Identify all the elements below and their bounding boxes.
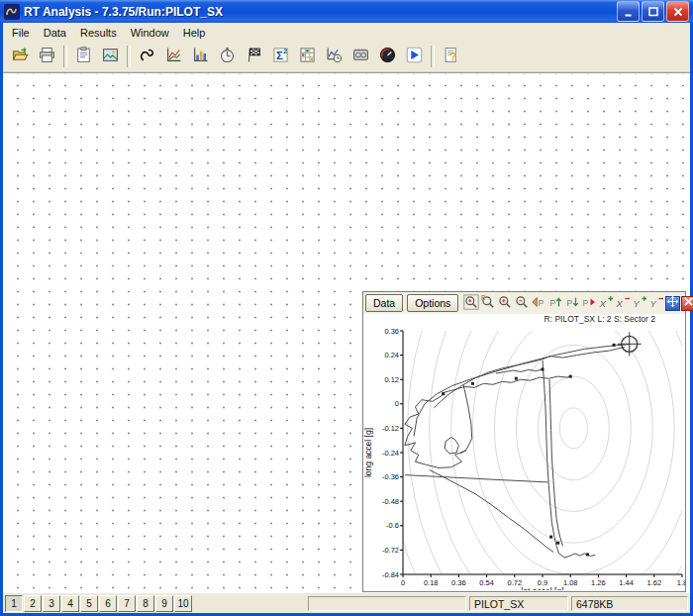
y-minus-icon: Y bbox=[648, 294, 664, 313]
print-button[interactable] bbox=[34, 44, 60, 69]
zoom-reset-button[interactable]: R bbox=[479, 295, 496, 312]
svg-text:P: P bbox=[549, 298, 555, 308]
svg-text:Y: Y bbox=[649, 297, 656, 308]
data-button[interactable]: Data bbox=[365, 294, 403, 312]
svg-text:-0.48: -0.48 bbox=[382, 497, 399, 506]
close-icon bbox=[682, 295, 693, 311]
next-point-button[interactable]: P bbox=[580, 295, 597, 312]
flag-icon bbox=[246, 47, 262, 66]
svg-text:P: P bbox=[538, 297, 544, 307]
close-button[interactable] bbox=[666, 1, 689, 22]
gg-plot-window[interactable]: Data Options RPPPPXXYY R: PILOT_SX L: 2 … bbox=[362, 291, 686, 592]
y-plus-icon: Y bbox=[632, 294, 647, 313]
track-button[interactable] bbox=[134, 44, 160, 69]
menu-results[interactable]: Results bbox=[73, 25, 124, 41]
gauge-button[interactable] bbox=[374, 44, 401, 69]
flag-button[interactable] bbox=[241, 44, 267, 69]
menu-bar: File Data Results Window Help bbox=[3, 23, 690, 42]
zoom-out-button[interactable] bbox=[513, 295, 530, 312]
sheet-tab-2[interactable]: 2 bbox=[24, 595, 42, 612]
x-plus-button[interactable]: X bbox=[597, 295, 614, 312]
toolbar-separator bbox=[127, 46, 131, 67]
toolbar-separator bbox=[431, 46, 435, 67]
sheet-tab-9[interactable]: 9 bbox=[155, 595, 173, 612]
zoom-in-button[interactable] bbox=[496, 295, 513, 312]
prev-point-button[interactable]: P bbox=[530, 295, 546, 312]
menu-file[interactable]: File bbox=[5, 25, 37, 41]
menu-help[interactable]: Help bbox=[176, 25, 213, 41]
close-button[interactable] bbox=[681, 296, 693, 311]
point-up-button[interactable]: P bbox=[546, 295, 563, 312]
status-memory: 6478KB bbox=[571, 596, 688, 611]
zoom-out-icon bbox=[514, 294, 530, 313]
svg-text:1.44: 1.44 bbox=[619, 578, 634, 587]
status-panel-empty bbox=[308, 596, 466, 611]
xy-chart-button[interactable] bbox=[160, 44, 187, 69]
bottom-bar: 12345678910 PILOT_SX 6478KB bbox=[3, 593, 690, 613]
film-icon bbox=[352, 47, 369, 66]
grid-icon bbox=[299, 47, 316, 66]
zoom-region-button[interactable] bbox=[462, 295, 479, 312]
xy-chart-icon bbox=[165, 47, 182, 66]
minimize-button[interactable] bbox=[617, 1, 640, 22]
svg-text:-0.36: -0.36 bbox=[382, 472, 399, 481]
sheet-tab-1[interactable]: 1 bbox=[5, 595, 23, 612]
sheet-tab-7[interactable]: 7 bbox=[118, 595, 136, 612]
x-minus-button[interactable]: X bbox=[614, 295, 631, 312]
svg-text:-0.84: -0.84 bbox=[382, 570, 399, 579]
sheet-tab-5[interactable]: 5 bbox=[80, 595, 98, 612]
options-button[interactable]: Options bbox=[407, 294, 458, 312]
point-down-button[interactable]: P bbox=[563, 295, 580, 312]
track-icon bbox=[139, 47, 155, 66]
film-button[interactable] bbox=[347, 44, 374, 69]
help-button[interactable]: ? bbox=[438, 44, 464, 69]
play-button[interactable] bbox=[401, 44, 428, 69]
sheet-tab-10[interactable]: 10 bbox=[174, 595, 192, 612]
svg-text:long accel [g]: long accel [g] bbox=[363, 428, 373, 477]
report-button[interactable] bbox=[70, 44, 97, 69]
chart-clock-button[interactable] bbox=[321, 44, 347, 69]
image-icon bbox=[102, 47, 119, 66]
sigma-button[interactable]: Σ2 bbox=[267, 44, 294, 69]
svg-text:0: 0 bbox=[395, 399, 399, 408]
svg-text:P: P bbox=[582, 297, 588, 307]
svg-text:P: P bbox=[566, 298, 572, 308]
bar-chart-icon bbox=[192, 47, 209, 66]
sheet-tab-3[interactable]: 3 bbox=[43, 595, 60, 612]
svg-text:0.12: 0.12 bbox=[384, 375, 399, 384]
title-bar[interactable]: RT Analysis - 7.3.75/Run:PILOT_SX bbox=[0, 0, 693, 23]
sheet-tabs: 12345678910 bbox=[5, 595, 193, 612]
open-icon bbox=[12, 47, 29, 66]
image-button[interactable] bbox=[97, 44, 124, 69]
svg-text:X: X bbox=[598, 297, 606, 308]
window-title: RT Analysis - 7.3.75/Run:PILOT_SX bbox=[24, 5, 615, 19]
y-plus-button[interactable]: Y bbox=[631, 295, 647, 312]
y-minus-button[interactable]: Y bbox=[647, 295, 664, 312]
app-window: RT Analysis - 7.3.75/Run:PILOT_SX File D… bbox=[0, 0, 693, 616]
open-button[interactable] bbox=[7, 44, 34, 69]
menu-data[interactable]: Data bbox=[37, 25, 73, 41]
stopwatch-button[interactable] bbox=[214, 44, 241, 69]
sheet-tab-8[interactable]: 8 bbox=[137, 595, 154, 612]
menu-window[interactable]: Window bbox=[124, 25, 176, 41]
zoom-reset-icon: R bbox=[480, 294, 496, 313]
gg-chart[interactable]: 00.180.360.540.720.91.081.261.441.621.80… bbox=[363, 326, 685, 590]
window-frame: File Data Results Window Help Σ2? Data O… bbox=[3, 23, 690, 613]
toolbar-separator bbox=[63, 46, 67, 67]
svg-text:X: X bbox=[615, 297, 623, 308]
sigma-icon: Σ2 bbox=[272, 47, 289, 66]
pan-button[interactable] bbox=[665, 296, 680, 311]
svg-text:-0.24: -0.24 bbox=[382, 449, 399, 458]
sheet-tab-6[interactable]: 6 bbox=[99, 595, 117, 612]
sheet-tab-4[interactable]: 4 bbox=[61, 595, 79, 612]
zoom-in-icon bbox=[497, 294, 513, 313]
print-icon bbox=[39, 47, 55, 66]
bar-chart-button[interactable] bbox=[187, 44, 214, 69]
chart-toolbar: Data Options RPPPPXXYY bbox=[363, 292, 685, 314]
svg-text:0.18: 0.18 bbox=[424, 578, 439, 587]
grid-button[interactable] bbox=[294, 44, 321, 69]
main-toolbar: Σ2? bbox=[3, 42, 690, 72]
maximize-button[interactable] bbox=[642, 1, 664, 22]
svg-text:-0.72: -0.72 bbox=[382, 546, 399, 555]
app-icon bbox=[4, 4, 20, 20]
